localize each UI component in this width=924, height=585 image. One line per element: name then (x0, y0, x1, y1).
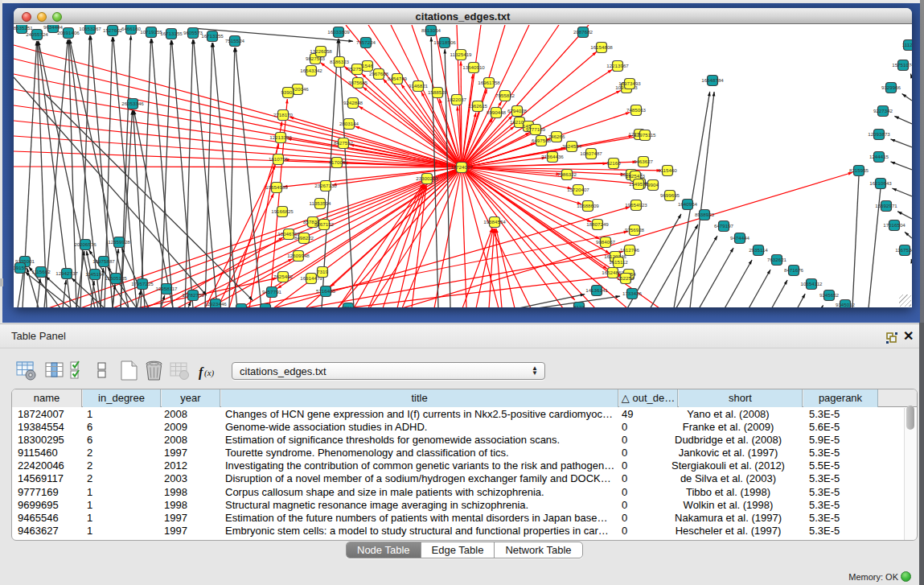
svg-text:9345012: 9345012 (836, 302, 856, 307)
svg-text:15720407: 15720407 (567, 187, 589, 192)
svg-text:f: f (199, 365, 204, 380)
svg-text:8186323: 8186323 (330, 59, 350, 64)
svg-text:1615112: 1615112 (609, 259, 628, 265)
svg-text:2803144: 2803144 (339, 121, 359, 126)
svg-text:6794028: 6794028 (507, 108, 528, 113)
svg-text:12923446: 12923446 (204, 301, 227, 307)
svg-text:7485063: 7485063 (626, 107, 647, 113)
svg-text:17016504: 17016504 (883, 222, 906, 228)
svg-text:19654923: 19654923 (625, 202, 647, 208)
svg-text:8813054: 8813054 (421, 27, 441, 33)
svg-text:12213967: 12213967 (606, 63, 629, 68)
svg-text:12975115: 12975115 (634, 132, 656, 138)
svg-text:1115682: 1115682 (31, 269, 51, 274)
svg-text:9777169: 9777169 (526, 126, 546, 132)
svg-text:10807487: 10807487 (580, 150, 602, 156)
svg-text:9756928: 9756928 (625, 227, 645, 233)
svg-text:26053346: 26053346 (121, 101, 144, 106)
svg-text:7632621: 7632621 (767, 257, 787, 262)
svg-text:8215955: 8215955 (849, 167, 869, 173)
svg-text:10688609: 10688609 (577, 203, 599, 208)
svg-text:10958117: 10958117 (155, 286, 178, 291)
svg-text:12942737: 12942737 (55, 270, 78, 276)
svg-text:1822037: 1822037 (447, 97, 467, 102)
svg-text:9084067: 9084067 (596, 239, 616, 245)
svg-text:20206576: 20206576 (74, 241, 97, 247)
svg-text:7515524: 7515524 (225, 38, 245, 43)
svg-text:8427552: 8427552 (334, 140, 354, 146)
svg-text:(x): (x) (204, 368, 215, 378)
svg-text:8123: 8123 (573, 304, 585, 307)
svg-text:2087682: 2087682 (573, 29, 593, 35)
svg-text:23267130: 23267130 (314, 183, 337, 188)
svg-text:14136141: 14136141 (585, 287, 608, 293)
svg-text:9904: 9904 (647, 182, 659, 187)
svg-text:7625402: 7625402 (273, 274, 294, 279)
svg-text:9227342: 9227342 (873, 108, 893, 113)
svg-text:1362615: 1362615 (468, 103, 488, 109)
svg-text:9146821: 9146821 (409, 83, 429, 89)
svg-text:3624554: 3624554 (562, 143, 582, 149)
svg-text:8472: 8472 (260, 306, 271, 307)
svg-text:16713155: 16713155 (160, 31, 183, 36)
svg-text:8471676: 8471676 (784, 267, 804, 273)
svg-text:3875685: 3875685 (348, 80, 368, 85)
svg-text:9457791: 9457791 (262, 289, 282, 295)
svg-text:1640954: 1640954 (678, 201, 698, 207)
svg-text:12609948: 12609948 (287, 253, 310, 258)
svg-text:16648784: 16648784 (701, 77, 724, 83)
svg-text:16961758: 16961758 (478, 80, 500, 85)
svg-text:62160: 62160 (606, 160, 621, 166)
svg-text:6479197: 6479197 (714, 223, 734, 229)
svg-text:7986322: 7986322 (557, 171, 577, 177)
svg-text:16543342: 16543342 (300, 68, 322, 73)
svg-text:9329966: 9329966 (881, 84, 901, 90)
svg-text:19654985: 19654985 (265, 184, 288, 190)
svg-text:9245: 9245 (236, 306, 247, 307)
svg-text:15692971: 15692971 (875, 203, 897, 208)
svg-text:13226058: 13226058 (310, 48, 332, 54)
svg-text:1612746: 1612746 (620, 247, 640, 253)
svg-text:746266: 746266 (548, 134, 565, 139)
svg-text:93901: 93901 (281, 89, 295, 95)
svg-text:1527602: 1527602 (103, 27, 123, 33)
svg-text:7319: 7319 (317, 269, 328, 274)
svg-text:12505135: 12505135 (105, 275, 127, 281)
svg-text:16033809: 16033809 (327, 29, 350, 35)
svg-text:1025433: 1025433 (626, 173, 646, 179)
svg-text:8454749: 8454749 (388, 76, 408, 81)
svg-text:24055724: 24055724 (26, 31, 48, 37)
svg-text:8267152: 8267152 (314, 221, 335, 227)
svg-text:10975887: 10975887 (92, 258, 115, 264)
svg-text:13640910: 13640910 (462, 64, 485, 70)
svg-text:417006: 417006 (329, 159, 346, 165)
svg-text:19166825: 19166825 (271, 208, 294, 214)
svg-text:11325419: 11325419 (450, 51, 472, 57)
svg-text:7357224: 7357224 (356, 39, 376, 45)
svg-text:11124: 11124 (902, 42, 912, 47)
svg-text:39159: 39159 (14, 265, 27, 270)
svg-text:18724007: 18724007 (450, 164, 473, 170)
svg-text:1733426: 1733426 (622, 290, 643, 296)
svg-text:10653267: 10653267 (79, 26, 101, 31)
svg-text:9245652: 9245652 (819, 292, 840, 298)
svg-text:16154808: 16154808 (590, 44, 613, 50)
svg-text:1549575: 1549575 (629, 181, 649, 187)
svg-text:16210643: 16210643 (869, 180, 892, 186)
svg-text:6466160: 6466160 (121, 26, 142, 31)
svg-text:21364436: 21364436 (541, 154, 564, 159)
svg-text:17957225: 17957225 (131, 281, 154, 286)
svg-text:2935114: 2935114 (749, 247, 768, 253)
svg-text:16713155: 16713155 (201, 33, 224, 39)
svg-text:8938923: 8938923 (695, 212, 715, 217)
svg-text:8990448: 8990448 (487, 109, 507, 115)
svg-text:11353594: 11353594 (309, 200, 331, 206)
svg-text:9605573: 9605573 (183, 30, 203, 35)
svg-text:19218506: 19218506 (433, 39, 456, 45)
svg-text:18535251: 18535251 (14, 25, 33, 31)
svg-text:10654112: 10654112 (800, 281, 823, 286)
svg-text:9474444: 9474444 (730, 235, 750, 241)
svg-text:9699695: 9699695 (660, 192, 680, 198)
svg-text:16782759: 16782759 (182, 292, 204, 298)
svg-text:252254: 252254 (618, 275, 634, 281)
